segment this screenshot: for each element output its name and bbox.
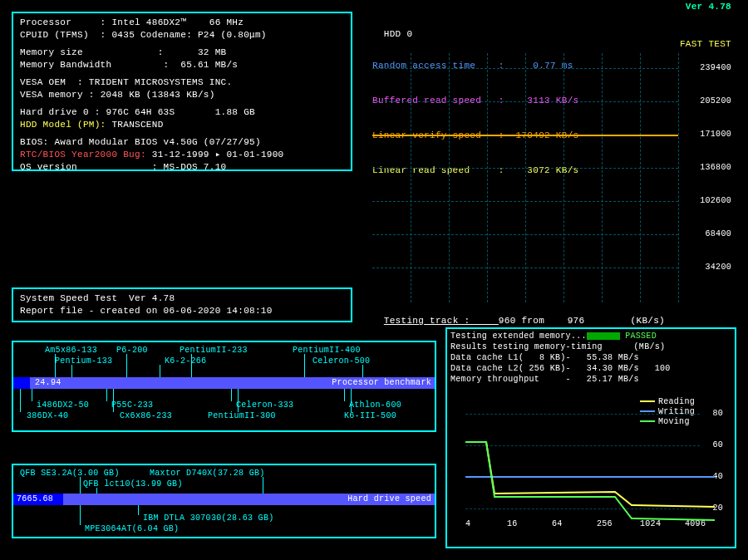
cpu-bot-3: Athlon-600: [349, 400, 401, 410]
hd-bot-0: IBM DTLA 307030(28.63 GB): [143, 513, 274, 523]
report-title: System Speed Test Ver 4.78: [20, 292, 344, 305]
cpu-bot-1: P55C-233: [111, 400, 153, 410]
hddmodel-label: HDD Model (PM):: [20, 120, 111, 130]
bios-label: BIOS:: [20, 137, 54, 147]
vesamem-value: 2048 KB (13843 KB/s): [101, 90, 215, 100]
cpu-bench-value: 24.94: [35, 377, 62, 389]
hd0-value: 976C 64H 63S 1.88 GB: [106, 107, 255, 117]
hd-top-1: Maxtor D740X(37.28 GB): [150, 469, 265, 478]
report-file: Report file - created on 06-06-2020 14:0…: [20, 305, 344, 317]
progress-bar-icon: [587, 332, 620, 340]
report-panel: System Speed Test Ver 4.78 Report file -…: [12, 287, 352, 322]
hd-top-0: QFB SE3.2A(3.00 GB): [20, 469, 120, 478]
thr-value: 25.17 MB/s: [587, 375, 639, 384]
cpu-benchmark-panel: Am5x86-133 P6-200 PentiumII-233 PentiumI…: [12, 341, 436, 432]
l1-value: 55.38 MB/s: [587, 353, 639, 362]
mem-results-label: Results testing memory-timing (MB/s): [450, 341, 731, 352]
cpu-bot-5: Cx6x86-233: [120, 411, 172, 420]
hd-benchmark-panel: QFB SE3.2A(3.00 GB) Maxtor D740X(37.28 G…: [12, 464, 436, 538]
vesaoem-label: VESA OEM :: [20, 77, 89, 87]
mem-passed: PASSED: [620, 332, 657, 341]
vesamem-label: VESA memory :: [20, 90, 101, 100]
l2-label: Data cache L2( 256 KB)-: [450, 364, 587, 373]
track-mid: from: [516, 316, 568, 326]
membw-value: 65.61 MB/s: [180, 60, 238, 70]
memsize-label: Memory size :: [20, 47, 198, 57]
hdd-y-0: 239400: [700, 63, 731, 72]
mem-graph: 80 60 40 20 4 16 64 256 1024 4096: [450, 389, 726, 543]
mem-testing-label: Testing extended memory...: [450, 332, 587, 341]
hdd-verify-line: [372, 135, 678, 136]
hd-bench-title: Hard drive speed: [347, 494, 431, 505]
cpu-bot-7: K6-III-500: [344, 411, 396, 420]
memory-panel: Testing extended memory... PASSED Result…: [445, 327, 736, 548]
cpu-top-4: Pentium-133: [55, 356, 112, 366]
hdd-y-4: 102600: [700, 196, 731, 205]
testing-track: Testing track : 960 from 976 (KB/s): [372, 306, 731, 326]
hddmodel-value: TRANSCEND: [111, 120, 163, 130]
cpu-bot-2: Celeron-333: [236, 400, 293, 410]
version-label: Ver 4.78: [686, 2, 731, 12]
vesaoem-value: TRIDENT MICROSYSTEMS INC.: [89, 77, 233, 87]
cpu-bot-6: PentiumII-300: [208, 411, 276, 420]
rtc-label: RTC/BIOS Year2000 Bug:: [20, 150, 152, 160]
hd-bench-value: 7665.68: [17, 494, 53, 505]
processor-value: Intel 486DX2™ 66 MHz: [111, 17, 244, 27]
track-unit: (KB/s): [584, 316, 665, 326]
hdd-y-2: 171000: [700, 130, 731, 139]
cpuid-label: CPUID (TFMS) :: [20, 30, 111, 40]
track-tot: 976: [568, 316, 585, 326]
cpuid-value: 0435 Codename: P24 (0.80μm): [111, 30, 266, 40]
l2-extra: 100: [639, 364, 671, 373]
thr-label: Memory throughput -: [450, 375, 587, 384]
cpu-top-6: Celeron-500: [312, 356, 370, 366]
cpu-bench-title: Processor benchmark: [332, 377, 431, 389]
cpu-top-0: Am5x86-133: [45, 346, 97, 355]
hdd-graph: 239400 205200 171000 136800 102600 68400…: [372, 53, 731, 307]
track-label: Testing track :: [384, 316, 499, 326]
hdd-y-3: 136800: [700, 163, 731, 172]
cpu-bot-0: i486DX2-50: [37, 400, 89, 410]
hdd-y-6: 34200: [705, 263, 731, 272]
mem-lines-svg: [465, 389, 715, 522]
hdd-y-1: 205200: [700, 96, 731, 106]
l1-label: Data cache L1( 8 KB)-: [450, 353, 587, 362]
cpu-top-5: K6-2-266: [165, 356, 206, 366]
system-info-panel: Processor : Intel 486DX2™ 66 MHz CPUID (…: [12, 12, 352, 171]
rtc-value: 31-12-1999 ▸ 01-01-1900: [152, 150, 284, 160]
cpu-top-2: PentiumII-233: [180, 346, 248, 355]
membw-label: Memory Bandwidth :: [20, 60, 180, 70]
hd0-label: Hard drive 0 :: [20, 107, 106, 117]
memsize-value: 32 MB: [198, 47, 227, 57]
os-value: MS-DOS 7.10: [164, 162, 227, 172]
l2-value: 34.30 MB/s: [587, 364, 639, 373]
hd-top-2: QFB lct10(13.99 GB): [83, 479, 183, 489]
bios-value: Award Modular BIOS v4.50G (07/27/95): [54, 137, 260, 147]
cpu-top-1: P6-200: [116, 346, 148, 355]
hd-bot-1: MPE3064AT(6.04 GB): [85, 524, 179, 533]
os-label: OS version :: [20, 162, 164, 172]
hd-bench-bar: 7665.68 Hard drive speed: [13, 494, 435, 505]
cpu-top-3: PentiumII-400: [293, 346, 361, 355]
cpu-bench-bar: 24.94 Processor benchmark: [13, 377, 435, 389]
track-cur: 960: [499, 316, 516, 326]
cpu-bot-4: 386DX-40: [27, 411, 68, 420]
processor-label: Processor :: [20, 17, 111, 27]
hdd-y-5: 68400: [705, 229, 731, 238]
